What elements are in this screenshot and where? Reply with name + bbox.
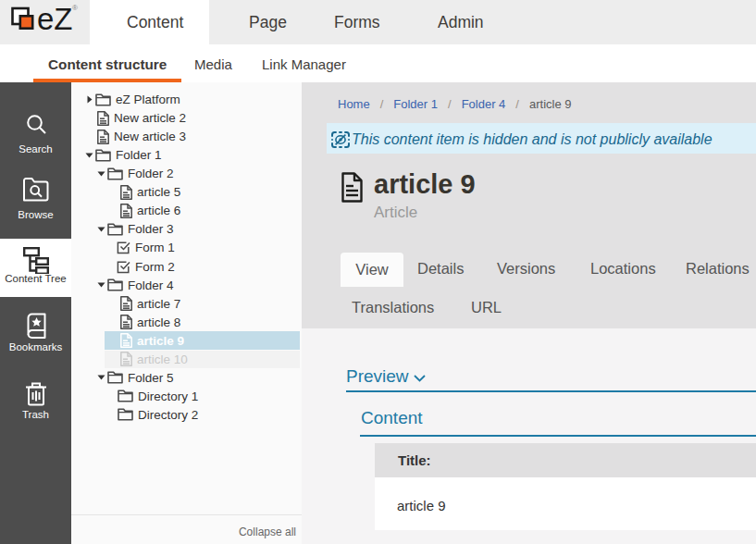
svg-text:eZ: eZ bbox=[37, 2, 73, 36]
svg-text:®: ® bbox=[72, 4, 78, 12]
